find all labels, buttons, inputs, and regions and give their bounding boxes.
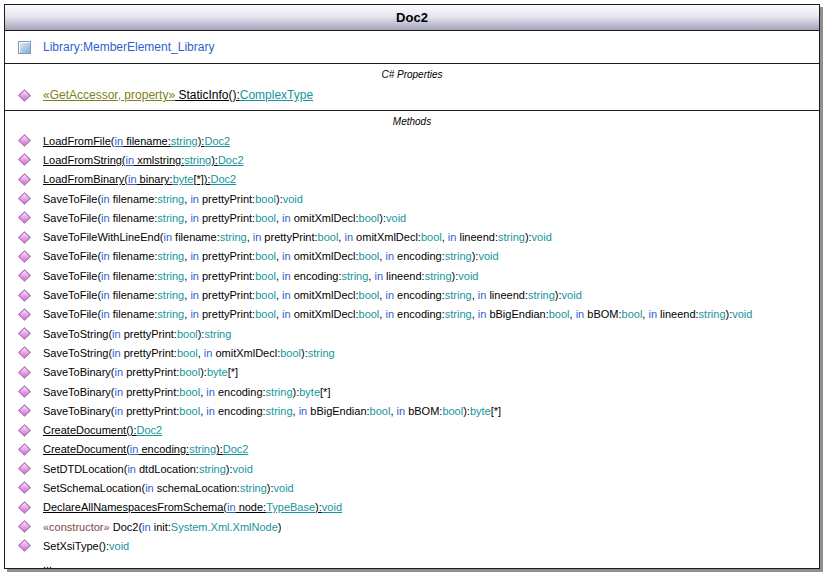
operation-diamond-icon (18, 462, 31, 475)
member-signature: SaveToFile(in filename:string, in pretty… (43, 308, 752, 320)
methods-compartment[interactable]: Methods LoadFromFile(in filename:string)… (5, 111, 819, 569)
operation-diamond-icon (18, 89, 31, 102)
member-signature: SaveToFile(in filename:string, in pretty… (43, 270, 478, 282)
method-row[interactable]: SaveToBinary(in prettyPrint:bool):byte[*… (5, 363, 819, 382)
package-icon (18, 41, 31, 54)
operation-diamond-icon (18, 289, 31, 302)
library-compartment[interactable]: Library:MemberElement_Library (5, 31, 819, 64)
member-signature: SetXsiType():void (43, 540, 129, 552)
property-row[interactable]: «GetAccessor, property» StaticInfo():Com… (5, 84, 819, 106)
ellipsis-row[interactable]: ... (5, 556, 819, 569)
member-signature: SaveToString(in prettyPrint:bool, in omi… (43, 347, 335, 359)
member-signature: SaveToString(in prettyPrint:bool):string (43, 328, 231, 340)
method-row[interactable]: SaveToFile(in filename:string, in pretty… (5, 266, 819, 285)
method-row[interactable]: LoadFromFile(in filename:string):Doc2 (5, 131, 819, 150)
operation-diamond-icon (18, 269, 31, 282)
member-signature: SetDTDLocation(in dtdLocation:string):vo… (43, 463, 253, 475)
member-signature: CreateDocument():Doc2 (43, 424, 162, 436)
member-signature: DeclareAllNamespacesFromSchema(in node:T… (43, 501, 342, 513)
uml-class-box-doc2[interactable]: Doc2 Library:MemberElement_Library C# Pr… (4, 4, 820, 569)
operation-diamond-icon (18, 520, 31, 533)
operation-diamond-icon (18, 404, 31, 417)
method-row[interactable]: SaveToBinary(in prettyPrint:bool, in enc… (5, 382, 819, 401)
method-row[interactable]: SaveToFile(in filename:string, in pretty… (5, 208, 819, 227)
member-signature: SaveToFile(in filename:string, in pretty… (43, 193, 303, 205)
operation-diamond-icon (18, 134, 31, 147)
member-signature: SaveToFile(in filename:string, in pretty… (43, 250, 499, 262)
member-signature: SaveToFile(in filename:string, in pretty… (43, 212, 406, 224)
operation-diamond-icon (18, 231, 31, 244)
methods-rows: LoadFromFile(in filename:string):Doc2Loa… (5, 131, 819, 569)
operation-diamond-icon (18, 211, 31, 224)
member-signature: «constructor» Doc2(in init:System.Xml.Xm… (43, 521, 281, 533)
operation-diamond-icon (18, 424, 31, 437)
operation-diamond-icon (18, 539, 31, 552)
method-row[interactable]: CreateDocument(in encoding:string):Doc2 (5, 440, 819, 459)
operation-diamond-icon (18, 443, 31, 456)
method-row[interactable]: SaveToString(in prettyPrint:bool, in omi… (5, 343, 819, 362)
operation-diamond-icon (18, 173, 31, 186)
properties-compartment[interactable]: C# Properties «GetAccessor, property» St… (5, 64, 819, 111)
operation-diamond-icon (18, 308, 31, 321)
member-signature: LoadFromFile(in filename:string):Doc2 (43, 135, 230, 147)
methods-section-label: Methods (5, 111, 819, 131)
constructor-row[interactable]: «constructor» Doc2(in init:System.Xml.Xm… (5, 517, 819, 536)
properties-section-label: C# Properties (5, 64, 819, 84)
operation-diamond-icon (18, 153, 31, 166)
method-row[interactable]: SaveToFile(in filename:string, in pretty… (5, 189, 819, 208)
method-row[interactable]: SaveToFile(in filename:string, in pretty… (5, 247, 819, 266)
library-reference-link[interactable]: Library:MemberElement_Library (43, 40, 214, 54)
member-signature: SaveToBinary(in prettyPrint:bool, in enc… (43, 405, 501, 417)
operation-diamond-icon (18, 366, 31, 379)
properties-rows: «GetAccessor, property» StaticInfo():Com… (5, 84, 819, 106)
method-row[interactable]: SaveToFileWithLineEnd(in filename:string… (5, 227, 819, 246)
member-signature: ... (43, 558, 52, 569)
member-signature: SaveToFileWithLineEnd(in filename:string… (43, 231, 552, 243)
member-signature: «GetAccessor, property» StaticInfo():Com… (43, 88, 313, 102)
method-row[interactable]: SaveToString(in prettyPrint:bool):string (5, 324, 819, 343)
operation-diamond-icon (18, 501, 31, 514)
class-title: Doc2 (396, 10, 428, 25)
class-title-bar[interactable]: Doc2 (5, 5, 819, 31)
member-signature: LoadFromString(in xmlstring:string):Doc2 (43, 154, 244, 166)
method-row[interactable]: SaveToFile(in filename:string, in pretty… (5, 305, 819, 324)
method-row[interactable]: SetXsiType():void (5, 536, 819, 555)
method-row[interactable]: SetDTDLocation(in dtdLocation:string):vo… (5, 459, 819, 478)
member-signature: CreateDocument(in encoding:string):Doc2 (43, 443, 248, 455)
member-signature: SaveToFile(in filename:string, in pretty… (43, 289, 582, 301)
method-row[interactable]: DeclareAllNamespacesFromSchema(in node:T… (5, 498, 819, 517)
method-row[interactable]: SaveToFile(in filename:string, in pretty… (5, 285, 819, 304)
operation-diamond-icon (18, 346, 31, 359)
operation-diamond-icon (18, 250, 31, 263)
method-row[interactable]: LoadFromString(in xmlstring:string):Doc2 (5, 150, 819, 169)
operation-diamond-icon (18, 385, 31, 398)
operation-diamond-icon (18, 192, 31, 205)
method-row[interactable]: SetSchemaLocation(in schemaLocation:stri… (5, 478, 819, 497)
method-row[interactable]: CreateDocument():Doc2 (5, 420, 819, 439)
member-signature: SetSchemaLocation(in schemaLocation:stri… (43, 482, 294, 494)
member-signature: LoadFromBinary(in binary:byte[*]):Doc2 (43, 173, 236, 185)
method-row[interactable]: LoadFromBinary(in binary:byte[*]):Doc2 (5, 170, 819, 189)
member-signature: SaveToBinary(in prettyPrint:bool):byte[*… (43, 366, 238, 378)
operation-diamond-icon (18, 327, 31, 340)
operation-diamond-icon (18, 481, 31, 494)
method-row[interactable]: SaveToBinary(in prettyPrint:bool, in enc… (5, 401, 819, 420)
member-signature: SaveToBinary(in prettyPrint:bool, in enc… (43, 386, 330, 398)
